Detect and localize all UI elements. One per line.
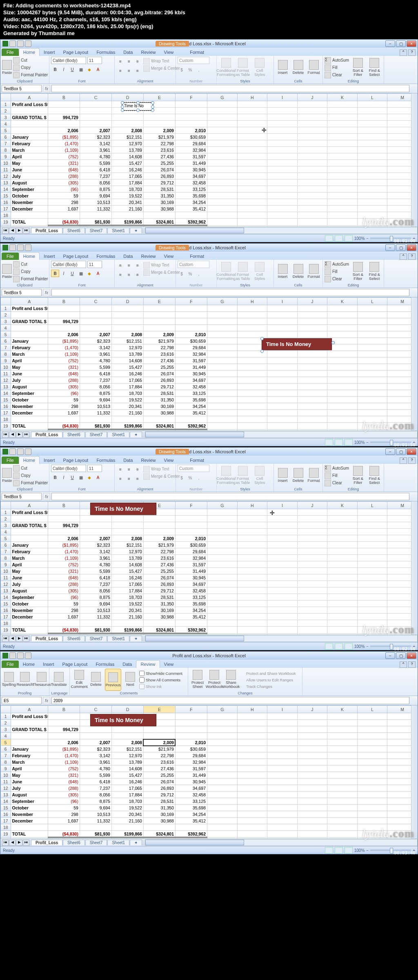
tab-home[interactable]: Home — [19, 252, 40, 260]
undo-icon[interactable] — [17, 652, 24, 659]
protect-sheet-button[interactable]: Protect Sheet — [190, 669, 205, 690]
wrap-text-button[interactable]: Wrap Text — [143, 466, 180, 472]
formula-input[interactable] — [51, 493, 409, 500]
normal-view-button[interactable] — [325, 235, 333, 242]
tab-formulas[interactable]: Formulas — [91, 661, 118, 668]
delete-comment-button[interactable]: Delete — [88, 669, 104, 690]
conditional-formatting-button[interactable]: Conditional Formatting — [218, 465, 234, 486]
tab-file[interactable]: File — [2, 457, 19, 464]
tab-format[interactable]: Format — [186, 457, 208, 464]
font-color-button[interactable]: A — [94, 66, 102, 73]
formula-input[interactable]: 2009 — [51, 697, 409, 704]
number-format-combo[interactable]: Custom — [178, 465, 209, 472]
format-as-table-button[interactable]: Format as Table — [235, 261, 251, 282]
tab-home[interactable]: Home — [19, 48, 40, 56]
vertical-scrollbar[interactable] — [411, 93, 418, 226]
tab-nav-first[interactable]: ⏮ — [2, 228, 9, 234]
page-break-view-button[interactable] — [345, 439, 353, 446]
tab-page-layout[interactable]: Page Layout — [59, 49, 93, 56]
show-ink-button[interactable]: Show Ink — [139, 683, 182, 690]
minimize-icon[interactable]: − — [385, 448, 395, 455]
show-all-comments-button[interactable]: Show All Comments — [139, 677, 182, 683]
save-icon[interactable] — [9, 448, 16, 455]
horizontal-scrollbar[interactable] — [145, 635, 418, 642]
copy-button[interactable]: Copy — [13, 472, 48, 479]
align-center[interactable]: ≡ — [125, 271, 133, 278]
merge-center-button[interactable]: Merge & Center — [143, 65, 180, 72]
format-as-table-button[interactable]: Format as Table — [235, 465, 251, 486]
cut-button[interactable]: Cut — [13, 261, 48, 268]
tab-nav-prev[interactable]: ◀ — [9, 432, 16, 438]
clear-button[interactable]: Clear — [325, 275, 349, 282]
sheet-tab-sheet7[interactable]: Sheet7 — [85, 228, 107, 233]
formula-input[interactable] — [51, 85, 409, 92]
align-right[interactable]: ≡ — [133, 475, 142, 482]
font-size-combo[interactable]: 11 — [87, 57, 102, 64]
border-button[interactable]: ▦ — [77, 474, 85, 481]
format-cells-button[interactable]: Format — [307, 57, 321, 78]
find-select-button[interactable]: Find & Select — [367, 465, 382, 486]
worksheet-grid[interactable]: ABCDEFGHIJKLM 1Profit and Loss Statement… — [0, 93, 418, 226]
spelling-button[interactable]: Spelling — [2, 669, 16, 690]
align-top[interactable]: ≡ — [116, 466, 125, 473]
format-painter-button[interactable]: Format Painter — [13, 71, 48, 78]
name-box[interactable]: E5 — [2, 697, 42, 704]
insert-cells-button[interactable]: Insert — [276, 57, 290, 78]
align-right[interactable]: ≡ — [133, 67, 142, 74]
font-family-combo[interactable]: Calibri (Body) — [51, 261, 86, 268]
normal-view-button[interactable] — [325, 439, 333, 446]
sheet-tab-sheet1[interactable]: Sheet1 — [107, 636, 129, 641]
tab-review[interactable]: Review — [137, 253, 160, 260]
maximize-icon[interactable]: ▢ — [396, 40, 406, 47]
fill-color-button[interactable]: ◆ — [85, 66, 93, 73]
conditional-formatting-button[interactable]: Conditional Formatting — [218, 57, 234, 78]
tab-nav-first[interactable]: ⏮ — [2, 636, 9, 642]
underline-button[interactable]: U — [68, 66, 76, 73]
fill-button[interactable]: Fill — [325, 64, 349, 71]
track-changes-button[interactable]: Track Changes — [240, 683, 296, 690]
sheet-tab-sheet6[interactable]: Sheet6 — [63, 636, 85, 641]
name-box[interactable]: TextBox 5 — [2, 493, 42, 500]
underline-button[interactable]: U — [68, 270, 76, 277]
new-sheet-tab[interactable]: ✦ — [130, 636, 142, 641]
tab-file[interactable]: File — [2, 253, 19, 260]
align-mid[interactable]: ≡ — [125, 466, 133, 473]
ribbon-minimize-icon[interactable]: ^ — [400, 253, 407, 260]
tab-view[interactable]: View — [160, 49, 178, 56]
autosum-button[interactable]: ΣAutoSum — [325, 261, 349, 268]
border-button[interactable]: ▦ — [77, 270, 85, 277]
titlebar[interactable]: Profit and Loss.xlsx - Microsoft Excel D… — [0, 244, 418, 252]
normal-view-button[interactable] — [325, 643, 333, 650]
cut-button[interactable]: Cut — [13, 57, 48, 64]
find-select-button[interactable]: Find & Select — [367, 57, 382, 78]
autosum-button[interactable]: ΣAutoSum — [325, 57, 349, 64]
tab-nav-last[interactable]: ⏭ — [23, 432, 29, 438]
worksheet-grid[interactable]: ABCDEFGHIJKLM 1Profit and Loss Statement… — [0, 501, 418, 634]
autosum-button[interactable]: ΣAutoSum — [325, 465, 349, 472]
research-button[interactable]: Research — [17, 669, 33, 690]
tab-data[interactable]: Data — [119, 49, 137, 56]
bold-button[interactable]: B — [51, 474, 59, 481]
wrap-text-button[interactable]: Wrap Text — [143, 58, 180, 64]
tab-insert[interactable]: Insert — [40, 49, 59, 56]
clear-button[interactable]: Clear — [325, 71, 349, 78]
align-center[interactable]: ≡ — [125, 67, 133, 74]
align-top[interactable]: ≡ — [116, 262, 125, 269]
align-left[interactable]: ≡ — [116, 67, 125, 74]
page-layout-view-button[interactable] — [335, 439, 343, 446]
paste-button[interactable]: Paste — [2, 465, 12, 486]
help-icon[interactable]: ? — [408, 49, 416, 56]
tab-nav-first[interactable]: ⏮ — [2, 432, 9, 438]
sheet-tab-sheet7[interactable]: Sheet7 — [85, 432, 107, 437]
page-layout-view-button[interactable] — [335, 643, 343, 650]
border-button[interactable]: ▦ — [77, 66, 85, 73]
insert-cells-button[interactable]: Insert — [276, 261, 290, 282]
fx-icon[interactable]: fx — [43, 697, 50, 704]
wrap-text-button[interactable]: Wrap Text — [143, 262, 180, 268]
tab-nav-last[interactable]: ⏭ — [23, 636, 29, 642]
fx-icon[interactable]: fx — [43, 85, 50, 92]
new-sheet-tab[interactable]: ✦ — [130, 432, 142, 437]
save-icon[interactable] — [9, 40, 16, 47]
tab-nav-last[interactable]: ⏭ — [23, 228, 29, 234]
align-bot[interactable]: ≡ — [133, 262, 142, 269]
